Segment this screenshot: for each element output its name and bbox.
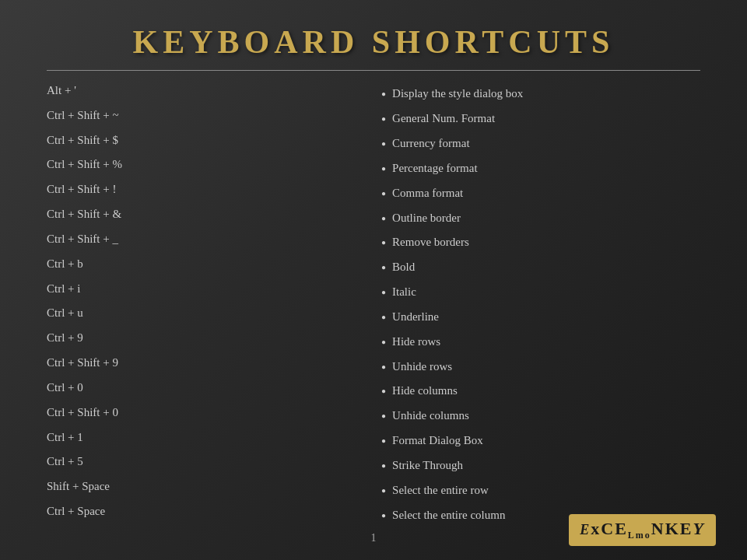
shortcut-desc-6: Remove borders (374, 230, 700, 255)
shortcut-desc-1: General Num. Format (374, 107, 700, 131)
shortcut-key-2: Ctrl + Shift + $ (47, 131, 374, 156)
shortcut-key-1: Ctrl + Shift + ~ (47, 107, 374, 131)
shortcut-key-3: Ctrl + Shift + % (47, 156, 374, 180)
shortcut-desc-12: Hide columns (374, 379, 700, 404)
shortcut-desc-10: Hide rows (374, 329, 700, 354)
shortcut-key-13: Ctrl + Shift + 0 (47, 404, 374, 429)
logo-text: ExCELmoNKEY (580, 519, 705, 538)
shortcut-desc-9: Underline (374, 304, 700, 329)
shortcut-key-14: Ctrl + 1 (47, 429, 374, 453)
shortcut-key-12: Ctrl + 0 (47, 379, 374, 404)
shortcut-desc-15: Strike Through (374, 453, 700, 478)
shortcut-desc-4: Comma format (374, 180, 700, 205)
shortcut-key-16: Shift + Space (47, 478, 374, 502)
shortcut-key-7: Ctrl + b (47, 255, 374, 280)
shortcut-desc-11: Unhide rows (374, 354, 700, 379)
shortcut-key-17: Ctrl + Space (47, 502, 374, 527)
page-title: KEYBOARD SHORTCUTS (47, 23, 700, 61)
shortcut-key-8: Ctrl + i (47, 280, 374, 305)
shortcut-desc-13: Unhide columns (374, 404, 700, 429)
shortcut-key-10: Ctrl + 9 (47, 329, 374, 354)
shortcut-desc-16: Select the entire row (374, 478, 700, 502)
shortcut-desc-2: Currency format (374, 131, 700, 156)
shortcut-desc-14: Format Dialog Box (374, 429, 700, 453)
page-container: KEYBOARD SHORTCUTS Alt + 'Display the st… (0, 0, 747, 560)
shortcut-desc-3: Percentage format (374, 156, 700, 180)
shortcut-desc-0: Display the style dialog box (374, 82, 700, 107)
shortcut-desc-8: Italic (374, 280, 700, 305)
shortcut-key-5: Ctrl + Shift + & (47, 205, 374, 230)
shortcut-key-15: Ctrl + 5 (47, 453, 374, 478)
shortcut-desc-5: Outline border (374, 205, 700, 230)
shortcut-key-6: Ctrl + Shift + _ (47, 230, 374, 255)
shortcut-key-11: Ctrl + Shift + 9 (47, 354, 374, 379)
shortcut-desc-7: Bold (374, 255, 700, 280)
shortcut-key-0: Alt + ' (47, 82, 374, 107)
shortcut-key-4: Ctrl + Shift + ! (47, 180, 374, 205)
logo-container: ExCELmoNKEY (569, 514, 716, 546)
shortcuts-grid: Alt + 'Display the style dialog boxCtrl … (47, 82, 700, 527)
shortcut-key-9: Ctrl + u (47, 304, 374, 329)
title-divider (47, 70, 700, 71)
